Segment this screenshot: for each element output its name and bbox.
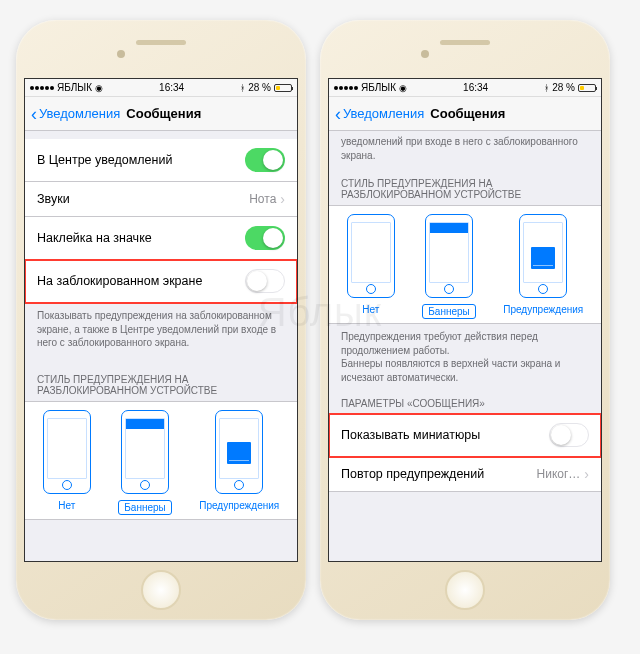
wifi-icon: ◉ xyxy=(95,83,103,93)
back-button[interactable]: ‹ Уведомления xyxy=(335,105,424,123)
signal-icon xyxy=(30,86,54,90)
row-show-previews[interactable]: Показывать миниатюры xyxy=(329,414,601,457)
style-label: Баннеры xyxy=(118,500,171,515)
row-label: Показывать миниатюры xyxy=(341,428,480,442)
footer-text-top: уведомлений при входе в него с заблокиро… xyxy=(329,131,601,172)
back-label: Уведомления xyxy=(343,106,424,121)
section-header-alert-style: СТИЛЬ ПРЕДУПРЕЖДЕНИЯ НА РАЗБЛОКИРОВАННОМ… xyxy=(329,172,601,205)
row-notification-center[interactable]: В Центре уведомлений xyxy=(25,139,297,182)
row-value: Никог…› xyxy=(537,466,589,482)
style-label: Предупреждения xyxy=(199,500,279,511)
style-label: Нет xyxy=(362,304,379,315)
status-bar: ЯБЛЫК ◉ 16:34 ᚼ 28 % xyxy=(329,79,601,97)
row-lock-screen[interactable]: На заблокированном экране xyxy=(25,260,297,303)
style-option-banners[interactable]: Баннеры xyxy=(118,410,171,515)
section-header-params: ПАРАМЕТРЫ «СООБЩЕНИЯ» xyxy=(329,394,601,414)
mini-phone-icon xyxy=(347,214,395,298)
row-badge[interactable]: Наклейка на значке xyxy=(25,217,297,260)
carrier-label: ЯБЛЫК xyxy=(361,82,396,93)
toggle-badge[interactable] xyxy=(245,226,285,250)
home-button[interactable] xyxy=(445,570,485,610)
footer-text-mid: Предупреждения требуют действия перед пр… xyxy=(329,324,601,394)
toggle-show-previews[interactable] xyxy=(549,423,589,447)
row-value: Нота› xyxy=(249,191,285,207)
bluetooth-icon: ᚼ xyxy=(544,83,549,93)
page-title: Сообщения xyxy=(126,106,201,121)
row-label: Звуки xyxy=(37,192,70,206)
battery-percent: 28 % xyxy=(552,82,575,93)
battery-percent: 28 % xyxy=(248,82,271,93)
phone-left: ЯБЛЫК ◉ 16:34 ᚼ 28 % ‹ Уведомления Сообщ… xyxy=(16,20,306,620)
battery-icon xyxy=(578,84,596,92)
alert-style-selector: Нет Баннеры Предупреждения xyxy=(25,401,297,520)
bluetooth-icon: ᚼ xyxy=(240,83,245,93)
status-time: 16:34 xyxy=(159,82,184,93)
chevron-right-icon: › xyxy=(280,191,285,207)
style-option-alerts[interactable]: Предупреждения xyxy=(503,214,583,319)
nav-bar: ‹ Уведомления Сообщения xyxy=(25,97,297,131)
alert-style-selector: Нет Баннеры Предупреждения xyxy=(329,205,601,324)
chevron-left-icon: ‹ xyxy=(335,105,341,123)
style-label: Предупреждения xyxy=(503,304,583,315)
phone-right: ЯБЛЫК ◉ 16:34 ᚼ 28 % ‹ Уведомления Сообщ… xyxy=(320,20,610,620)
page-title: Сообщения xyxy=(430,106,505,121)
nav-bar: ‹ Уведомления Сообщения xyxy=(329,97,601,131)
mini-phone-icon xyxy=(121,410,169,494)
mini-phone-icon xyxy=(215,410,263,494)
back-label: Уведомления xyxy=(39,106,120,121)
back-button[interactable]: ‹ Уведомления xyxy=(31,105,120,123)
style-label: Нет xyxy=(58,500,75,511)
screen: ЯБЛЫК ◉ 16:34 ᚼ 28 % ‹ Уведомления Сообщ… xyxy=(328,78,602,562)
status-bar: ЯБЛЫК ◉ 16:34 ᚼ 28 % xyxy=(25,79,297,97)
mini-phone-icon xyxy=(425,214,473,298)
row-label: В Центре уведомлений xyxy=(37,153,172,167)
screen: ЯБЛЫК ◉ 16:34 ᚼ 28 % ‹ Уведомления Сообщ… xyxy=(24,78,298,562)
content: В Центре уведомлений Звуки Нота› Наклейк… xyxy=(25,131,297,561)
row-label: Повтор предупреждений xyxy=(341,467,484,481)
row-sounds[interactable]: Звуки Нота› xyxy=(25,182,297,217)
status-time: 16:34 xyxy=(463,82,488,93)
mini-phone-icon xyxy=(43,410,91,494)
chevron-right-icon: › xyxy=(584,466,589,482)
row-label: На заблокированном экране xyxy=(37,274,202,288)
carrier-label: ЯБЛЫК xyxy=(57,82,92,93)
section-header-alert-style: СТИЛЬ ПРЕДУПРЕЖДЕНИЯ НА РАЗБЛОКИРОВАННОМ… xyxy=(25,360,297,401)
toggle-lock-screen[interactable] xyxy=(245,269,285,293)
style-option-alerts[interactable]: Предупреждения xyxy=(199,410,279,515)
style-option-banners[interactable]: Баннеры xyxy=(422,214,475,319)
style-label: Баннеры xyxy=(422,304,475,319)
row-label: Наклейка на значке xyxy=(37,231,152,245)
row-repeat-alerts[interactable]: Повтор предупреждений Никог…› xyxy=(329,457,601,492)
toggle-notification-center[interactable] xyxy=(245,148,285,172)
wifi-icon: ◉ xyxy=(399,83,407,93)
mini-phone-icon xyxy=(519,214,567,298)
home-button[interactable] xyxy=(141,570,181,610)
footer-text: Показывать предупреждения на заблокирова… xyxy=(25,303,297,360)
chevron-left-icon: ‹ xyxy=(31,105,37,123)
signal-icon xyxy=(334,86,358,90)
content: уведомлений при входе в него с заблокиро… xyxy=(329,131,601,561)
style-option-none[interactable]: Нет xyxy=(347,214,395,319)
battery-icon xyxy=(274,84,292,92)
style-option-none[interactable]: Нет xyxy=(43,410,91,515)
